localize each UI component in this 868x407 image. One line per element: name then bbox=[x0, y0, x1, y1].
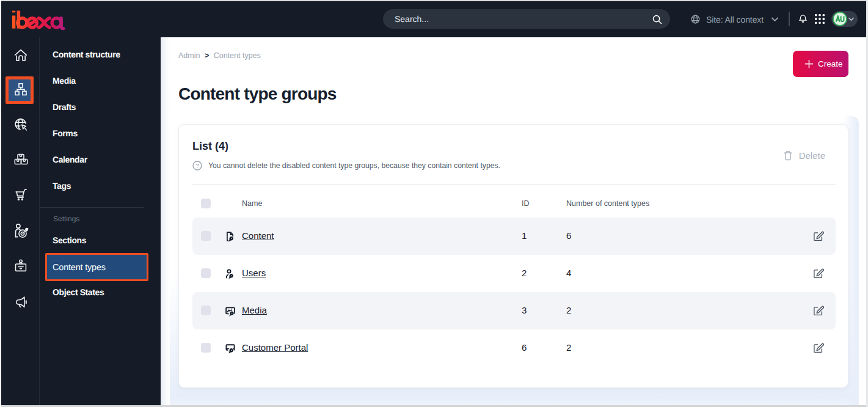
svg-text:?: ? bbox=[195, 162, 199, 169]
